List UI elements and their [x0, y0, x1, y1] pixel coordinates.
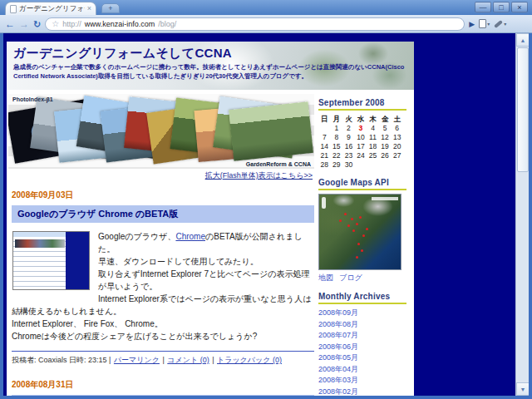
calendar-weekday: 日 [318, 114, 331, 124]
entry-paragraph: Internet Explorer系ではページの表示が重いなと思う人は結構使える… [12, 293, 314, 318]
window-controls: — □ × [475, 2, 528, 12]
wrench-menu-button[interactable]: ▾ [494, 21, 506, 27]
blog-header-banner: ガーデニングリフォームそしてCCNA 急成長のベンチャー企業で数多くのホームペー… [7, 42, 414, 90]
scrollbar-thumb[interactable] [517, 47, 529, 172]
calendar-day[interactable] [318, 124, 331, 133]
posted-by: 投稿者: Coaxials 日時: 23:15 [12, 356, 107, 364]
close-button[interactable]: × [511, 2, 528, 12]
scroll-up-arrow-icon[interactable]: ▲ [516, 33, 529, 47]
map-zoom-control-icon [322, 197, 326, 209]
vertical-scrollbar[interactable]: ▲ ▼ [515, 33, 529, 396]
calendar-day[interactable]: 29 [331, 160, 343, 170]
back-button[interactable]: ← [5, 18, 15, 30]
new-tab-button[interactable]: + [101, 3, 120, 13]
calendar-day[interactable]: 25 [367, 151, 379, 160]
calendar-day[interactable]: 22 [331, 151, 343, 160]
site-title[interactable]: ガーデニングリフォームそしてCCNA [13, 46, 407, 62]
minimize-button[interactable]: — [475, 2, 491, 12]
calendar-day[interactable]: 6 [391, 124, 403, 133]
reload-button[interactable]: ↻ [33, 18, 41, 30]
calendar-day[interactable]: 19 [379, 142, 392, 151]
chevron-down-icon: ▾ [504, 21, 506, 27]
url-path: /blog/ [158, 20, 176, 28]
photo-thumbnail[interactable] [229, 101, 313, 161]
calendar-day[interactable]: 4 [367, 124, 379, 133]
wrench-icon [494, 19, 503, 27]
calendar-day[interactable]: 11 [367, 133, 379, 142]
calendar-day[interactable]: 5 [379, 124, 392, 133]
archive-month-link[interactable]: 2008年05月 [318, 352, 410, 364]
calendar-day[interactable]: 30 [342, 160, 355, 170]
archive-month-link[interactable]: 2008年08月 [318, 319, 410, 331]
enlarge-flash-link[interactable]: 拡大(Flash単体)表示はこちら>> [205, 171, 313, 180]
calendar-day[interactable]: 16 [342, 142, 355, 151]
archive-month-link[interactable]: 2008年03月 [318, 375, 410, 387]
calendar-day[interactable] [355, 160, 367, 170]
archive-month-link[interactable]: 2008年04月 [318, 364, 410, 376]
chrome-link[interactable]: Chrome [175, 232, 205, 241]
calendar-day[interactable]: 14 [318, 142, 331, 151]
calendar-day[interactable]: 28 [318, 160, 331, 170]
chrome-screenshot-thumbnail[interactable] [12, 231, 90, 290]
go-button[interactable]: ▶ [469, 20, 475, 28]
browser-toolbar: ← → ↻ ☆ http://www.kenzai-info.com/blog/… [0, 15, 532, 33]
calendar-weekday: 土 [391, 114, 403, 124]
maps-heading: Google Maps API [318, 178, 406, 190]
calendar-day[interactable]: 2 [342, 124, 355, 133]
page-favicon-icon [10, 5, 17, 13]
tab-active[interactable]: ガーデニングリフォームそしてC... × [5, 2, 96, 15]
calendar-day[interactable]: 18 [367, 142, 379, 151]
calendar-grid: 1234567891011121314151617181920212223242… [318, 124, 403, 170]
trackback-link[interactable]: トラックバック (0) [217, 356, 282, 364]
comments-link[interactable]: コメント (0) [167, 356, 209, 364]
calendar-day[interactable] [379, 160, 392, 170]
bookmark-star-icon[interactable]: ☆ [52, 20, 59, 28]
google-map-thumbnail[interactable] [318, 194, 401, 270]
calendar-day[interactable]: 8 [331, 133, 343, 142]
calendar-day[interactable]: 20 [391, 142, 403, 151]
archive-month-link[interactable]: 2008年02月 [318, 387, 410, 397]
main-column: 2008年09月03日 Googleのブラウザ Chrome のBETA版 Go… [7, 190, 314, 396]
calendar-day[interactable]: 24 [355, 151, 367, 160]
calendar-day[interactable]: 21 [318, 151, 331, 160]
calendar-day[interactable]: 17 [355, 142, 367, 151]
calendar-day[interactable] [367, 160, 379, 170]
calendar-day[interactable]: 3 [355, 124, 367, 133]
photo-index-widget[interactable]: PhotoIndex-β1 GardenReform & CCNA [8, 94, 314, 169]
chevron-down-icon: ▾ [487, 21, 490, 27]
tab-close-icon[interactable]: × [87, 5, 91, 12]
calendar-day[interactable]: 1 [331, 124, 343, 133]
permalink-link[interactable]: パーマリンク [114, 356, 160, 364]
archives-heading: Monthly Archives [318, 292, 406, 304]
blog-entry: 2008年09月03日 Googleのブラウザ Chrome のBETA版 Go… [12, 190, 314, 366]
calendar-day[interactable]: 7 [318, 133, 331, 142]
entry-date: 2008年08月31日 [12, 379, 314, 391]
entry-paragraph: Chromeは今後どの程度シェアを広げることが出来るでしょうか? [12, 330, 314, 342]
calendar-day[interactable]: 27 [391, 151, 403, 160]
calendar-day[interactable]: 26 [379, 151, 392, 160]
map-link[interactable]: 地図 [318, 273, 333, 282]
entry-footer: 投稿者: Coaxials 日時: 23:15 | パーマリンク | コメント … [12, 351, 314, 366]
browser-window: ガーデニングリフォームそしてC... × + — □ × ← → ↻ ☆ htt… [0, 0, 532, 399]
page-menu-button[interactable]: ▾ [479, 19, 490, 28]
calendar-day[interactable]: 9 [342, 133, 355, 142]
forward-button[interactable]: → [19, 18, 29, 30]
archive-month-link[interactable]: 2008年06月 [318, 342, 410, 353]
archives-list: 2008年09月2008年08月2008年07月2008年06月2008年05月… [318, 308, 410, 396]
calendar-day[interactable]: 23 [342, 151, 355, 160]
calendar-day[interactable]: 12 [379, 133, 392, 142]
maximize-button[interactable]: □ [493, 2, 510, 12]
entry-date: 2008年09月03日 [12, 190, 314, 201]
calendar-day[interactable]: 15 [331, 142, 343, 151]
entry-body: Googleのブラウザ、ChromeのBETA版が公開されました。 早速、ダウン… [12, 230, 314, 342]
map-blog-link[interactable]: ブログ [339, 273, 362, 282]
map-links-row: 地図ブログ [318, 273, 410, 283]
address-bar[interactable]: ☆ http://www.kenzai-info.com/blog/ [45, 17, 465, 31]
calendar-day[interactable] [391, 160, 403, 170]
scroll-down-arrow-icon[interactable]: ▼ [516, 382, 529, 396]
archive-month-link[interactable]: 2008年09月 [318, 308, 410, 319]
archive-month-link[interactable]: 2008年07月 [318, 330, 410, 342]
calendar-day[interactable]: 13 [391, 133, 403, 142]
calendar-day[interactable]: 10 [355, 133, 367, 142]
tab-title: ガーデニングリフォームそしてC... [19, 4, 85, 14]
